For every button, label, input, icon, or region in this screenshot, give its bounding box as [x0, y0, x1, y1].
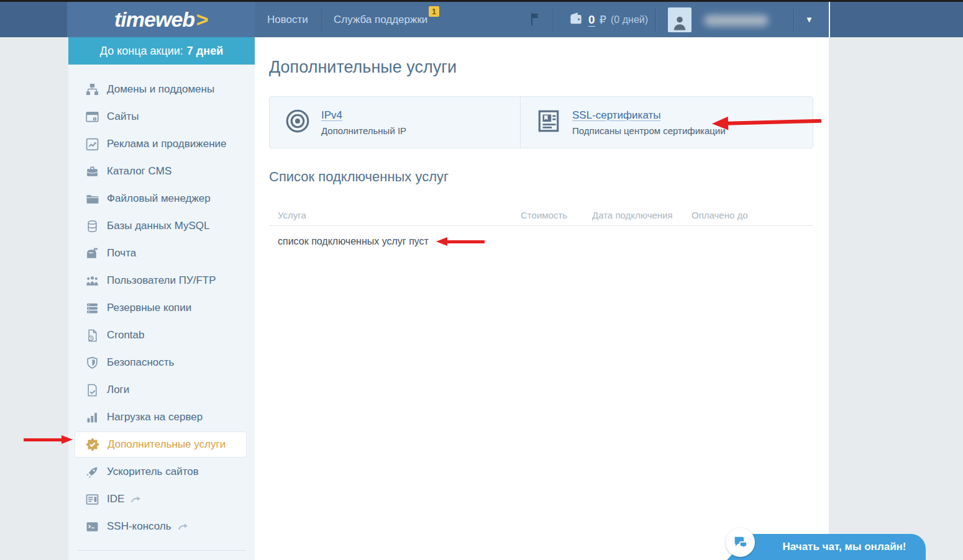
ssl-subtitle: Подписаны центром сертификации: [572, 125, 726, 136]
database-icon: [85, 219, 99, 233]
external-link-icon: [130, 495, 142, 504]
mailbox-icon: [85, 246, 99, 260]
flag-icon[interactable]: [529, 12, 542, 29]
timeweb-logo: timeweb>: [114, 7, 208, 32]
balance-amount: 0: [588, 13, 595, 27]
ssl-certificates-link[interactable]: SSL-сертификаты: [572, 109, 661, 121]
arrow-line: [24, 438, 63, 441]
users-icon: [85, 274, 99, 287]
sidebar-item-filemanager[interactable]: Файловый менеджер: [68, 185, 255, 212]
sidebar-item-ssh-console[interactable]: SSH-консоль: [68, 513, 255, 540]
sidebar-divider: [78, 550, 245, 551]
wallet-icon: [568, 11, 584, 29]
services-table-header: Услуга Стоимость Дата подключения Оплаче…: [269, 206, 813, 226]
header: timeweb> Новости Служба поддержки 1 0 ₽ …: [0, 2, 963, 37]
sidebar-item-ide[interactable]: IDE: [68, 485, 255, 513]
col-cost: Стоимость: [521, 210, 567, 220]
bullseye-icon: [285, 108, 311, 137]
annotation-arrow-ssl: [712, 114, 822, 131]
annotation-arrow-menu-item: [24, 435, 73, 445]
arrow-head: [712, 117, 729, 131]
arrow-line: [446, 240, 485, 243]
certificate-doc-icon: [536, 108, 562, 137]
balance-days: (0 дней): [611, 14, 648, 25]
sidebar-item-mysql[interactable]: Базы данных MySQL: [68, 212, 255, 240]
header-divider: [793, 9, 794, 31]
arrow-head: [62, 435, 73, 444]
sidebar-item-additional-services[interactable]: Дополнительные услуги: [75, 431, 247, 458]
chat-label: Начать чат, мы онлайн!: [770, 534, 918, 560]
sidebar-item-sites[interactable]: Сайты: [68, 103, 255, 130]
connected-services-title: Список подключенных услуг: [269, 169, 449, 185]
header-divider: [655, 9, 656, 31]
page-title: Дополнительные услуги: [269, 58, 457, 77]
header-page-area: timeweb> Новости Служба поддержки 1 0 ₽ …: [67, 2, 829, 37]
external-link-icon: [178, 522, 189, 531]
col-connect-date: Дата подключения: [592, 210, 673, 220]
server-stack-icon: [85, 301, 99, 315]
arrow-line: [727, 119, 821, 125]
sidebar-item-server-load[interactable]: Нагрузка на сервер: [68, 404, 255, 431]
col-service: Услуга: [278, 210, 306, 220]
promo-banner[interactable]: До конца акции:7 дней: [68, 37, 255, 65]
header-divider: [322, 9, 322, 31]
shield-icon: [85, 356, 99, 369]
briefcase-icon: [85, 165, 99, 178]
sidebar-item-ads[interactable]: Реклама и продвижение: [68, 130, 255, 158]
seal-badge-icon: [86, 438, 99, 451]
service-ipv4: IPv4 Дополнительный IP: [270, 97, 520, 148]
sidebar-item-users-ftp[interactable]: Пользователи ПУ/FTP: [68, 267, 255, 294]
nav-news[interactable]: Новости: [267, 2, 308, 37]
file-clock-icon: [85, 328, 99, 342]
ipv4-link[interactable]: IPv4: [321, 109, 342, 121]
chat-bubble-icon: [726, 528, 755, 557]
sidebar-menu: Домены и поддомены Сайты Реклама и продв…: [68, 76, 255, 540]
balance-widget[interactable]: 0 ₽ (0 дней): [568, 2, 648, 37]
sidebar-item-backups[interactable]: Резервные копии: [68, 294, 255, 322]
col-paid-until: Оплачено до: [691, 210, 748, 220]
avatar[interactable]: [668, 7, 691, 32]
sitemap-icon: [85, 83, 99, 96]
file-check-icon: [85, 383, 99, 397]
chat-widget[interactable]: Начать чат, мы онлайн!: [727, 534, 926, 560]
user-menu-caret-icon[interactable]: ▼: [805, 15, 813, 24]
terminal-icon: [85, 520, 99, 533]
sidebar-item-domains[interactable]: Домены и поддомены: [68, 76, 255, 103]
person-icon: [670, 12, 689, 32]
header-divider: [553, 9, 554, 31]
logo-block[interactable]: timeweb>: [67, 2, 255, 37]
nav-support[interactable]: Служба поддержки: [334, 2, 427, 37]
sidebar-item-mail[interactable]: Почта: [68, 240, 255, 267]
sidebar-item-cms[interactable]: Каталог CMS: [68, 158, 255, 185]
sidebar-item-logs[interactable]: Логи: [68, 376, 255, 404]
logo-arrow-icon: >: [196, 7, 208, 31]
sidebar-item-security[interactable]: Безопасность: [68, 349, 255, 376]
ruble-sign: ₽: [600, 13, 606, 27]
rocket-icon: [85, 465, 99, 479]
ipv4-subtitle: Дополнительный IP: [321, 125, 406, 136]
ide-window-icon: [85, 492, 99, 506]
sidebar: До конца акции:7 дней Домены и поддомены…: [68, 37, 255, 560]
empty-list-text: список подключенных услуг пуст: [278, 236, 429, 247]
folder-icon: [85, 192, 99, 205]
bar-chart-icon: [85, 410, 99, 424]
support-badge: 1: [429, 6, 439, 17]
chart-up-icon: [85, 137, 99, 151]
username-blurred[interactable]: [704, 15, 769, 26]
sidebar-item-crontab[interactable]: Crontab: [68, 322, 255, 349]
header-right-margin: [830, 2, 963, 37]
annotation-arrow-empty-list: [436, 237, 485, 246]
browser-icon: [85, 110, 99, 124]
sidebar-item-accelerator[interactable]: Ускоритель сайтов: [68, 458, 255, 485]
